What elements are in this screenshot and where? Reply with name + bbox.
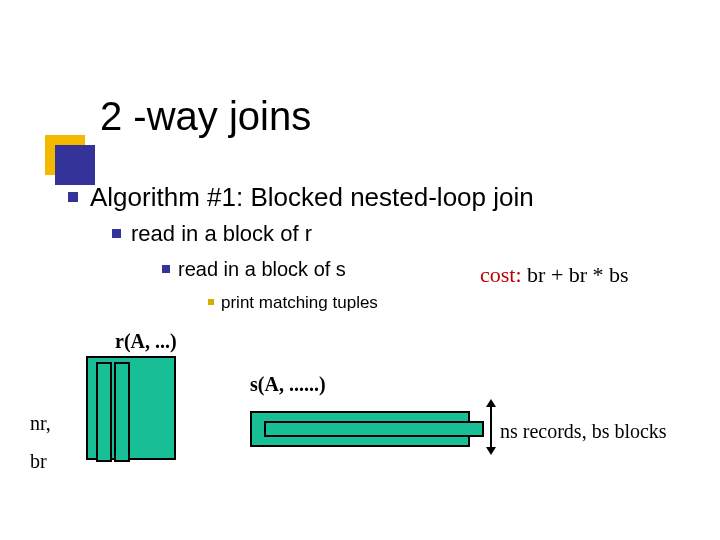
- relation-s-label: s(A, ......): [250, 373, 326, 396]
- ns-label: ns records, bs blocks: [500, 420, 667, 443]
- bullet-level-2: read in a block of r: [112, 221, 312, 247]
- bullet-text: print matching tuples: [221, 293, 378, 312]
- double-arrow-icon: [490, 405, 492, 449]
- block-column: [114, 362, 130, 462]
- cost-expression: br + br * bs: [522, 262, 629, 287]
- relation-r-label: r(A, ...): [115, 330, 177, 353]
- bullet-icon: [162, 265, 170, 273]
- nr-label: nr,: [30, 412, 51, 435]
- bullet-text: Algorithm #1: Blocked nested-loop join: [90, 182, 534, 212]
- br-label: br: [30, 450, 47, 473]
- cost-annotation: cost: br + br * bs: [480, 262, 629, 288]
- title-accent: [45, 135, 85, 175]
- bullet-level-4: print matching tuples: [208, 293, 378, 313]
- bullet-text: read in a block of r: [131, 221, 312, 246]
- slide-title: 2 -way joins: [100, 94, 311, 139]
- bullet-level-1: Algorithm #1: Blocked nested-loop join: [68, 182, 534, 213]
- bullet-level-3: read in a block of s: [162, 258, 346, 281]
- relation-r-diagram: [86, 356, 176, 466]
- bullet-icon: [208, 299, 214, 305]
- bullet-icon: [68, 192, 78, 202]
- block-column: [96, 362, 112, 462]
- bullet-text: read in a block of s: [178, 258, 346, 280]
- block-row: [264, 421, 484, 437]
- cost-label: cost:: [480, 262, 522, 287]
- relation-s-diagram: [250, 411, 470, 451]
- bullet-icon: [112, 229, 121, 238]
